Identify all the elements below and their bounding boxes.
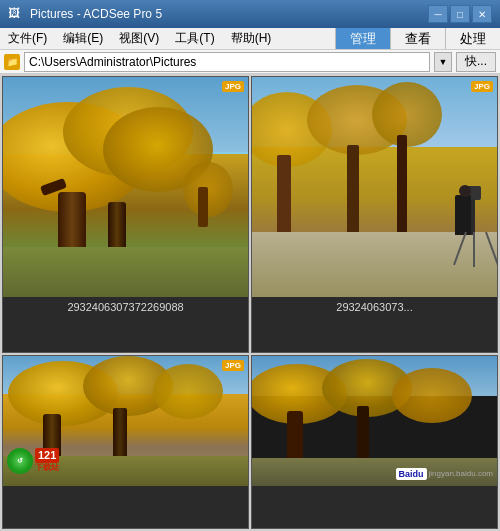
thumbnail-2[interactable]: JPG 29324063073... [251, 76, 498, 353]
menu-tools[interactable]: 工具(T) [167, 28, 222, 49]
thumbnail-1[interactable]: JPG 2932406307372269088 [2, 76, 249, 353]
menu-file[interactable]: 文件(F) [0, 28, 55, 49]
thumb-image-3: ↺ 121 下载站 [3, 356, 248, 486]
menu-help[interactable]: 帮助(H) [223, 28, 280, 49]
tab-view[interactable]: 查看 [390, 28, 445, 49]
address-bar: 📁 ▼ 快... [0, 50, 500, 74]
thumbnail-3[interactable]: ↺ 121 下载站 JPG [2, 355, 249, 530]
thumb-badge-1: JPG [222, 81, 244, 92]
folder-icon: 📁 [4, 54, 20, 70]
thumb-badge-2: JPG [471, 81, 493, 92]
thumbnail-4[interactable]: Baidu jingyan.baidu.com [251, 355, 498, 530]
thumbnail-grid: JPG 2932406307372269088 [0, 74, 500, 531]
app-icon: 🖼 [8, 6, 24, 22]
quick-button[interactable]: 快... [456, 52, 496, 72]
thumb-image-1 [3, 77, 248, 297]
watermark-baidu: Baidu jingyan.baidu.com [396, 468, 494, 480]
tab-process[interactable]: 处理 [445, 28, 500, 49]
window-controls: ─ □ ✕ [428, 5, 492, 23]
main-content: JPG 2932406307372269088 [0, 74, 500, 531]
maximize-button[interactable]: □ [450, 5, 470, 23]
thumb-image-4: Baidu jingyan.baidu.com [252, 356, 497, 486]
thumb-label-1: 2932406307372269088 [3, 297, 248, 317]
minimize-button[interactable]: ─ [428, 5, 448, 23]
address-input[interactable] [24, 52, 430, 72]
close-button[interactable]: ✕ [472, 5, 492, 23]
thumb-label-2: 29324063073... [252, 297, 497, 317]
thumb-badge-3: JPG [222, 360, 244, 371]
menu-edit[interactable]: 编辑(E) [55, 28, 111, 49]
tab-manage[interactable]: 管理 [335, 28, 390, 49]
window-title: Pictures - ACDSee Pro 5 [30, 7, 162, 21]
address-dropdown[interactable]: ▼ [434, 52, 452, 72]
thumb-label-3 [3, 486, 248, 494]
thumb-image-2 [252, 77, 497, 297]
watermark-121: ↺ 121 下载站 [7, 448, 59, 474]
title-bar: 🖼 Pictures - ACDSee Pro 5 ─ □ ✕ [0, 0, 500, 28]
menu-view[interactable]: 视图(V) [111, 28, 167, 49]
thumb-label-4 [252, 486, 497, 494]
menu-bar: 文件(F) 编辑(E) 视图(V) 工具(T) 帮助(H) 管理 查看 处理 [0, 28, 500, 50]
